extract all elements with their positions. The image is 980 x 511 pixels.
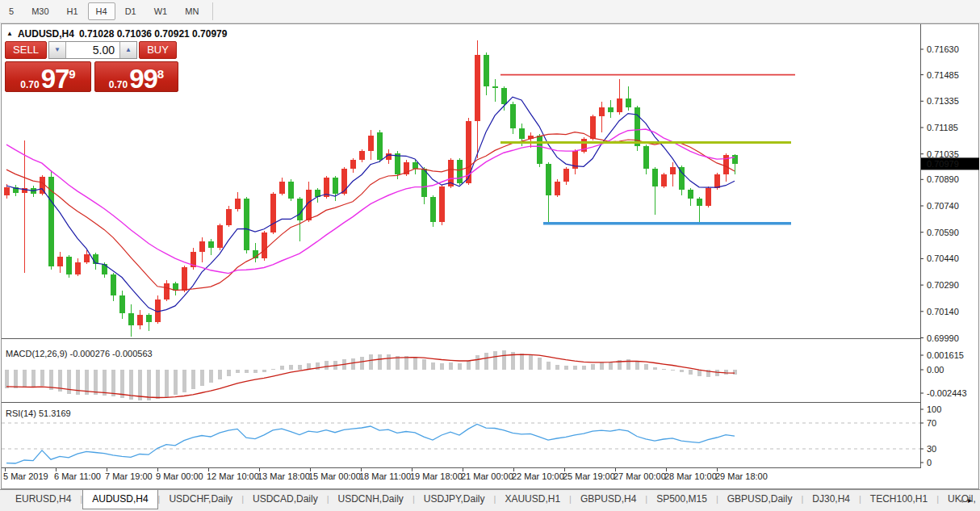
candle-body — [128, 313, 134, 325]
tab-xauusd-h1[interactable]: XAUUSD,H1 — [496, 490, 569, 509]
price-axis-label: 0.70740 — [927, 201, 959, 211]
price-axis: 0.716300.714850.713350.711850.710350.708… — [920, 24, 967, 468]
buy-button[interactable]: BUY — [139, 41, 177, 59]
date-axis-label: 7 Mar 19:00 — [105, 471, 153, 481]
tab-scroll-left-icon[interactable]: ◂ — [959, 496, 968, 505]
candle-body — [714, 174, 720, 188]
macd-bar — [182, 370, 186, 392]
tab-audusd-h4[interactable]: AUDUSD,H4 — [82, 490, 157, 509]
date-axis-label: 15 Mar 00:00 — [308, 471, 361, 481]
candle-body — [111, 274, 116, 295]
timeframe-m30[interactable]: M30 — [23, 2, 57, 20]
macd-bar — [378, 354, 382, 370]
tab-eurusd-h4[interactable]: EURUSD,H4 — [6, 490, 80, 509]
macd-bar — [555, 365, 559, 371]
candle-body — [706, 188, 711, 206]
candle-body — [501, 88, 507, 104]
macd-axis-label: 0.00 — [927, 365, 944, 375]
buy-price-box[interactable]: 0.70 99 8 — [94, 61, 178, 92]
timeframe-h1[interactable]: H1 — [59, 2, 86, 20]
macd-bar — [413, 357, 417, 370]
tab-gbpusd-daily[interactable]: GBPUSD,Daily — [718, 490, 802, 509]
tab-usdchf-daily[interactable]: USDCHF,Daily — [160, 490, 241, 509]
tab-sp500-m15[interactable]: SP500,M15 — [647, 490, 716, 509]
price-axis-label: 0.70890 — [927, 174, 959, 184]
price-axis-label: 0.70140 — [927, 307, 959, 316]
macd-bar — [200, 370, 204, 386]
candle-body — [208, 241, 214, 249]
macd-bar — [245, 370, 249, 373]
tab-scroll-arrows: ◂▸ — [959, 496, 977, 505]
macd-bar — [111, 370, 115, 396]
macd-bar — [387, 354, 391, 370]
timeframe-mn[interactable]: MN — [177, 2, 207, 20]
volume-decrease-icon[interactable]: ▼ — [49, 42, 66, 58]
candle-body — [484, 55, 489, 86]
timeframe-h4[interactable]: H4 — [88, 2, 115, 20]
macd-bar — [475, 355, 480, 370]
candle-body — [66, 257, 72, 274]
chart-symbol-label: AUDUSD,H4 — [18, 28, 74, 40]
date-axis[interactable]: 5 Mar 20196 Mar 11:007 Mar 19:009 Mar 00… — [3, 468, 768, 482]
candle-body — [599, 107, 605, 116]
toolbar-separator — [212, 2, 213, 20]
macd-bar — [325, 361, 329, 370]
chart-window: 0.716300.714850.713350.711850.710350.708… — [0, 23, 980, 489]
candle-body — [679, 167, 685, 190]
buy-price-big: 99 — [129, 64, 157, 94]
macd-bar — [360, 357, 364, 370]
collapse-triangle-icon[interactable]: ▲ — [6, 30, 13, 37]
macd-bar — [529, 355, 533, 370]
macd-bar — [538, 358, 542, 370]
candle-body — [430, 197, 436, 222]
chart-ohlc-readout: 0.71028 0.71036 0.70921 0.70979 — [79, 28, 228, 40]
macd-bar — [697, 370, 701, 376]
tab-tech100-h1[interactable]: TECH100,H1 — [861, 490, 936, 509]
macd-bar — [520, 354, 524, 370]
macd-bar — [715, 370, 719, 376]
rsi-axis-label: 0 — [927, 458, 932, 467]
tab-scroll-right-icon[interactable]: ▸ — [968, 496, 977, 505]
volume-input[interactable]: 5.00 — [66, 42, 119, 58]
sell-price-box[interactable]: 0.70 97 9 — [5, 61, 91, 92]
sell-button[interactable]: SELL — [5, 41, 47, 59]
candle-body — [492, 86, 498, 88]
macd-bar — [271, 369, 275, 370]
tab-gbpusd-h4[interactable]: GBPUSD,H4 — [572, 490, 645, 509]
macd-bar — [191, 370, 195, 389]
macd-bar — [564, 366, 568, 370]
macd-axis-label: 0.001615 — [927, 350, 964, 360]
price-axis-label: 0.71335 — [927, 96, 959, 106]
candle-body — [377, 132, 383, 161]
tab-usdcad-daily[interactable]: USDCAD,Daily — [244, 490, 327, 509]
candle-body — [688, 190, 693, 199]
candle-body — [617, 98, 622, 112]
candle-body — [555, 182, 560, 195]
macd-bar — [156, 370, 160, 399]
volume-increase-icon[interactable]: ▲ — [119, 42, 136, 58]
timeframe-d1[interactable]: D1 — [117, 2, 144, 20]
macd-bar — [5, 370, 9, 388]
rsi-label: RSI(14) 51.3169 — [6, 408, 71, 418]
date-axis-label: 28 Mar 10:00 — [664, 471, 717, 481]
tab-usdjpy-daily[interactable]: USDJPY,Daily — [415, 490, 494, 509]
tab-dj30-h4[interactable]: DJ30,H4 — [803, 490, 859, 509]
timeframe-w1[interactable]: W1 — [146, 2, 176, 20]
timeframe-5[interactable]: 5 — [1, 2, 22, 20]
candle-body — [270, 194, 276, 232]
candle-body — [279, 182, 285, 194]
macd-label: MACD(12,26,9) -0.000276 -0.000563 — [6, 349, 153, 358]
macd-bar — [218, 370, 222, 379]
macd-bar — [369, 354, 373, 370]
price-axis-label: 0.71185 — [927, 123, 958, 132]
sell-price-big: 97 — [41, 64, 69, 94]
candle-body — [413, 162, 418, 170]
macd-bar — [103, 370, 107, 396]
macd-bar — [236, 370, 240, 373]
candle-body — [608, 107, 614, 113]
candle-body — [732, 155, 738, 164]
macd-bar — [422, 359, 426, 370]
buy-price-pip: 8 — [157, 67, 164, 81]
tab-usdcnh-daily[interactable]: USDCNH,Daily — [329, 490, 413, 509]
date-axis-label: 22 Mar 10:00 — [512, 471, 564, 481]
